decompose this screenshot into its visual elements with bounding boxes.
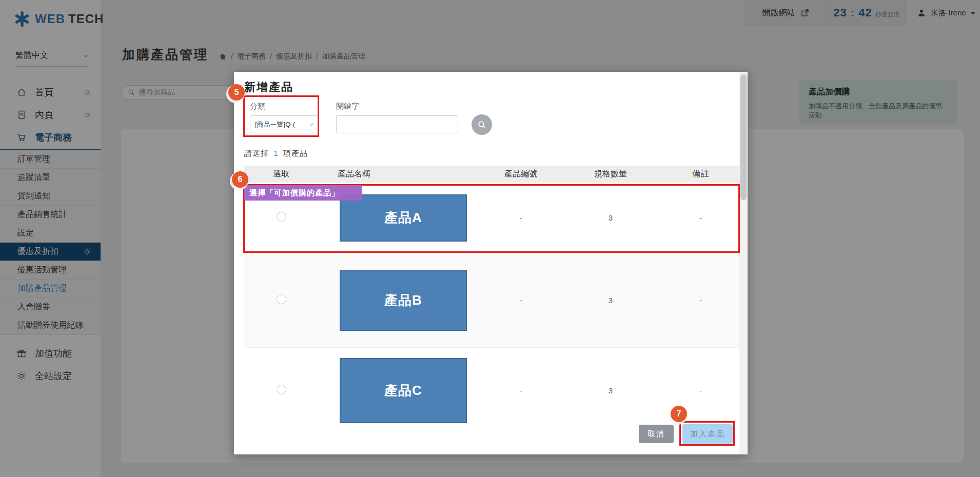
product-image: 產品A [340,194,467,242]
product-table: 選取 產品名稱 產品編號 規格數量 備註 產品A - 3 - [244,166,739,433]
product-image-text: 產品C [384,382,422,400]
table-row: 產品B - 3 - [244,253,739,348]
product-spec-qty: 3 [559,213,662,222]
product-note: - [662,386,739,395]
table-row: 產品C - 3 - [244,348,739,433]
add-product-modal: 新增產品 分類 [商品一覽]Q-( 關鍵字 [234,72,748,454]
search-icon [477,120,487,130]
category-field: 分類 [商品一覽]Q-( [250,102,319,133]
annotation-purple-label: 選擇「可加價購的產品」 [244,185,362,201]
category-select[interactable]: [商品一覽]Q-( [250,115,319,133]
product-radio[interactable] [277,212,286,222]
header-spec-qty: 規格數量 [559,169,662,180]
annotation-step-badge-5: 5 [228,84,245,101]
modal-search-button[interactable] [472,114,492,135]
product-code: - [482,296,559,305]
modal-title: 新增產品 [244,80,293,95]
cancel-button[interactable]: 取消 [639,425,674,443]
product-spec-qty: 3 [559,386,662,395]
keyword-input[interactable] [336,115,458,133]
product-image-text: 產品B [384,291,422,309]
screen: WEB TECH 繁體中文 首頁 [0,0,980,477]
modal-filter-form: 分類 [商品一覽]Q-( 關鍵字 [250,102,492,135]
hint-prefix: 請選擇 [244,149,269,157]
product-radio[interactable] [277,385,286,394]
header-product-code: 產品編號 [482,169,559,180]
product-code: - [482,213,559,222]
header-select: 選取 [244,169,318,180]
modal-scrollbar-thumb[interactable] [740,74,747,200]
product-note: - [662,213,739,222]
table-header-row: 選取 產品名稱 產品編號 規格數量 備註 [244,166,739,183]
product-image: 產品B [340,270,467,331]
product-image-text: 產品A [384,209,422,227]
product-radio[interactable] [277,294,286,304]
keyword-field: 關鍵字 [336,102,458,133]
hint-suffix: 項產品 [283,149,308,157]
add-product-button[interactable]: 加入產品 [682,424,733,444]
chevron-down-icon [308,121,315,128]
category-selected-value: [商品一覽]Q-( [255,120,308,129]
hint-count: 1 [273,149,278,157]
selection-hint: 請選擇 1 項產品 [244,149,308,158]
header-note: 備註 [662,169,739,180]
annotation-step-badge-7: 7 [671,406,687,422]
keyword-label: 關鍵字 [336,102,458,111]
product-image: 產品C [340,358,467,423]
header-product-name: 產品名稱 [318,169,482,180]
category-label: 分類 [250,102,319,111]
annotation-step-badge-6: 6 [232,171,248,188]
product-note: - [662,296,739,305]
product-spec-qty: 3 [559,296,662,305]
modal-scrollbar-track [739,72,748,454]
product-code: - [482,386,559,395]
